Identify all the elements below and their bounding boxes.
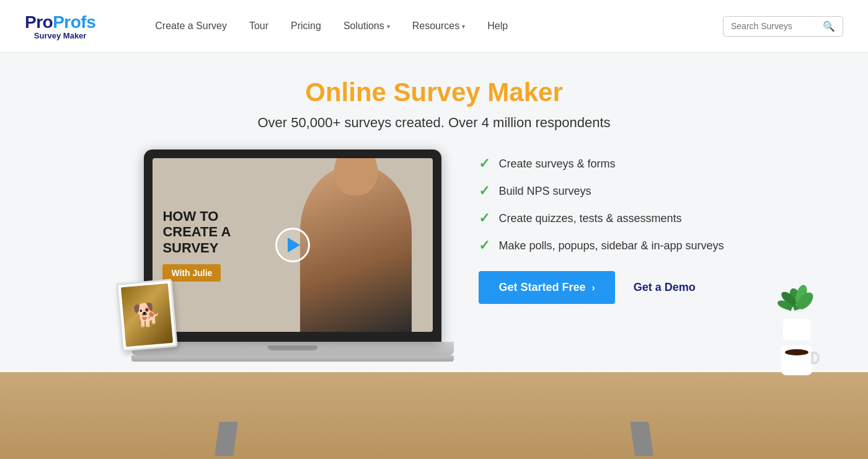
dog-icon: 🐕 xyxy=(132,301,162,329)
person-head xyxy=(334,158,378,195)
solutions-chevron-icon: ▾ xyxy=(387,23,390,30)
feature-label-1: Create surveys & forms xyxy=(498,158,615,171)
get-demo-label: Get a Demo xyxy=(634,281,696,293)
resources-chevron-icon: ▾ xyxy=(462,23,465,30)
hero-text: Online Survey Maker Over 50,000+ surveys… xyxy=(0,53,868,131)
search-icon: 🔍 xyxy=(823,20,835,32)
search-input[interactable] xyxy=(731,21,818,31)
laptop-screen: HOW TO CREATE A SURVEY With Julie xyxy=(153,158,433,332)
play-button[interactable] xyxy=(275,228,310,262)
plant xyxy=(775,285,818,341)
logo[interactable]: ProProfs Survey Maker xyxy=(25,12,95,40)
mug xyxy=(781,345,812,375)
logo-pro-text: Pro xyxy=(25,12,53,32)
feature-item-3: ✓ Create quizzes, tests & assessments xyxy=(479,210,724,226)
header: ProProfs Survey Maker Create a Survey To… xyxy=(0,0,868,53)
mug-handle xyxy=(811,352,820,364)
nav-resources[interactable]: Resources ▾ xyxy=(402,16,475,37)
get-demo-button[interactable]: Get a Demo xyxy=(634,281,696,294)
feature-label-4: Make polls, popups, sidebar & in-app sur… xyxy=(498,239,724,252)
feature-item-1: ✓ Create surveys & forms xyxy=(479,156,724,172)
desk-leg-left xyxy=(215,422,238,456)
nav-pricing[interactable]: Pricing xyxy=(281,16,331,37)
laptop-notch xyxy=(268,345,317,350)
features-panel: ✓ Create surveys & forms ✓ Build NPS sur… xyxy=(479,149,724,304)
get-started-button[interactable]: Get Started Free › xyxy=(479,271,614,304)
feature-label-2: Build NPS surveys xyxy=(498,185,591,198)
laptop-area: HOW TO CREATE A SURVEY With Julie xyxy=(144,149,441,362)
hero-content: HOW TO CREATE A SURVEY With Julie xyxy=(0,149,868,362)
photo-frame: 🐕 xyxy=(117,279,178,351)
play-icon xyxy=(288,238,300,252)
desk xyxy=(0,372,868,459)
plant-leaves xyxy=(778,285,815,318)
person-body xyxy=(300,164,412,332)
feature-item-4: ✓ Make polls, popups, sidebar & in-app s… xyxy=(479,238,724,254)
feature-item-2: ✓ Build NPS surveys xyxy=(479,183,724,199)
chevron-right-icon: › xyxy=(591,282,595,293)
nav-help[interactable]: Help xyxy=(477,16,518,37)
desk-legs xyxy=(217,422,651,459)
nav-tour[interactable]: Tour xyxy=(239,16,278,37)
nav-create-survey[interactable]: Create a Survey xyxy=(145,16,237,37)
nav-solutions[interactable]: Solutions ▾ xyxy=(334,16,400,37)
plant-pot xyxy=(783,319,810,341)
cta-row: Get Started Free › Get a Demo xyxy=(479,271,724,304)
photo-image: 🐕 xyxy=(121,283,173,347)
video-badge: With Julie xyxy=(162,264,221,282)
desk-items xyxy=(775,285,818,375)
hero-section: Online Survey Maker Over 50,000+ surveys… xyxy=(0,53,868,459)
mug-coffee xyxy=(785,349,808,355)
laptop-keyboard xyxy=(131,355,454,362)
check-icon-3: ✓ xyxy=(479,210,490,226)
video-title: HOW TO CREATE A SURVEY xyxy=(162,208,268,256)
search-box: 🔍 xyxy=(723,16,843,37)
feature-label-3: Create quizzes, tests & assessments xyxy=(498,212,681,225)
check-icon-2: ✓ xyxy=(479,183,490,199)
hero-title: Online Survey Maker xyxy=(0,78,868,107)
check-icon-4: ✓ xyxy=(479,238,490,254)
hero-subtitle: Over 50,000+ surveys created. Over 4 mil… xyxy=(0,115,868,131)
logo-profs-text: Profs xyxy=(53,12,95,32)
logo-subtitle: Survey Maker xyxy=(25,31,95,40)
desk-leg-right xyxy=(630,422,653,456)
check-icon-1: ✓ xyxy=(479,156,490,172)
get-started-label: Get Started Free xyxy=(498,281,585,294)
laptop: HOW TO CREATE A SURVEY With Julie xyxy=(144,149,441,342)
main-nav: Create a Survey Tour Pricing Solutions ▾… xyxy=(145,16,723,37)
video-left: HOW TO CREATE A SURVEY With Julie xyxy=(153,196,278,294)
laptop-base xyxy=(131,342,454,355)
